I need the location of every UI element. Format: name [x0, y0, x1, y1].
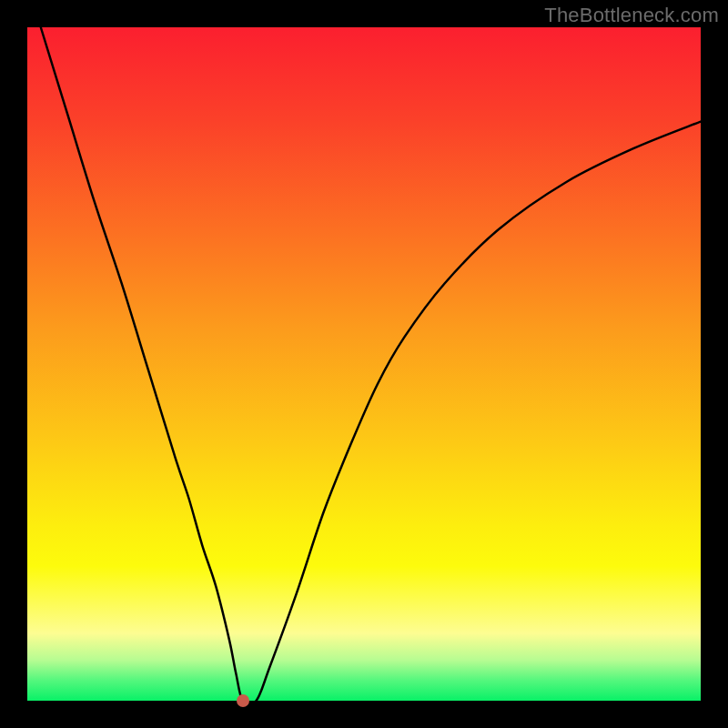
chart-frame: TheBottleneck.com: [0, 0, 728, 728]
watermark-text: TheBottleneck.com: [544, 4, 719, 27]
minimum-marker: [237, 694, 249, 707]
plot-area: [27, 27, 701, 701]
bottleneck-curve: [27, 27, 701, 701]
